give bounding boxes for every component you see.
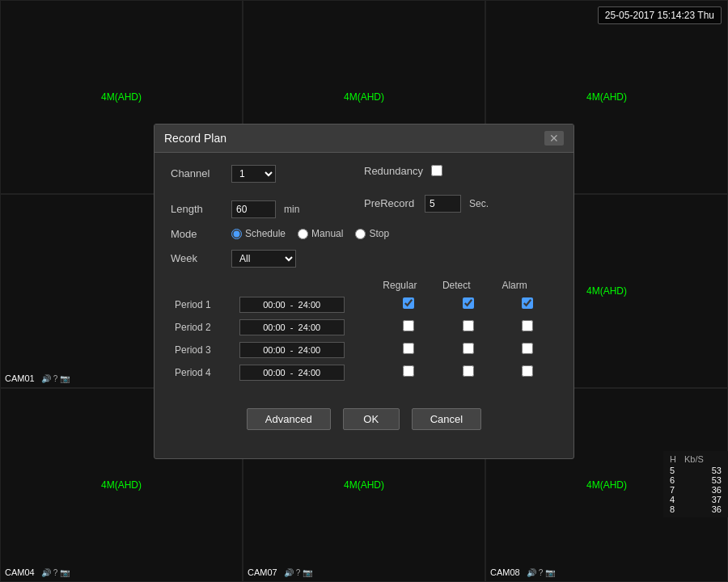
period-detect-cell-3 — [438, 339, 498, 361]
mode-manual-radio[interactable] — [298, 229, 308, 239]
th-period — [171, 277, 235, 293]
th-regular: Regular — [379, 277, 438, 293]
prerecord-unit: Sec. — [469, 198, 489, 209]
ok-button[interactable]: OK — [343, 408, 400, 430]
th-time — [235, 277, 379, 293]
alarm-check-3[interactable] — [522, 343, 533, 354]
period-row-2: Period 2 — [171, 316, 557, 339]
mode-row: Mode Schedule Manual Stop — [171, 228, 557, 240]
mode-schedule-radio[interactable] — [231, 229, 242, 239]
period-regular-cell-2 — [379, 316, 438, 339]
dialog-footer: Advanced OK Cancel — [171, 392, 557, 430]
period-alarm-cell-2 — [497, 316, 557, 339]
length-input[interactable] — [231, 200, 276, 218]
regular-check-4[interactable] — [403, 365, 414, 377]
advanced-button[interactable]: Advanced — [247, 408, 331, 430]
period-regular-cell-1 — [379, 293, 438, 316]
week-select[interactable]: AllMonTueWed ThuFriSatSun — [231, 250, 296, 268]
period-time-2[interactable] — [235, 316, 379, 339]
period-alarm-cell-4 — [497, 361, 557, 384]
mode-manual-label[interactable]: Manual — [298, 228, 343, 239]
mode-stop-label[interactable]: Stop — [355, 228, 389, 239]
mode-label: Mode — [171, 228, 223, 240]
redundancy-row: Redundancy — [364, 165, 557, 177]
prerecord-row: PreRecord Sec. — [364, 195, 557, 213]
period-label-2: Period 2 — [171, 316, 235, 339]
regular-check-1[interactable] — [403, 297, 414, 309]
redundancy-checkbox[interactable] — [431, 165, 442, 176]
channel-select[interactable]: 1234 — [231, 165, 276, 183]
detect-check-2[interactable] — [463, 320, 474, 331]
period-label-4: Period 4 — [171, 361, 235, 384]
time-input-2[interactable] — [239, 319, 345, 335]
mode-schedule-label[interactable]: Schedule — [231, 228, 286, 239]
detect-check-3[interactable] — [463, 343, 474, 354]
channel-label: Channel — [171, 167, 223, 179]
regular-check-2[interactable] — [403, 320, 414, 331]
time-input-4[interactable] — [239, 365, 345, 381]
length-unit: min — [284, 204, 299, 215]
th-detect: Detect — [438, 277, 498, 293]
period-time-4[interactable] — [235, 361, 379, 384]
period-detect-cell-2 — [438, 316, 498, 339]
alarm-check-2[interactable] — [522, 320, 533, 331]
week-label: Week — [171, 252, 223, 264]
redundancy-label: Redundancy — [364, 165, 423, 177]
dialog-close-button[interactable]: ✕ — [544, 131, 564, 146]
period-row-4: Period 4 — [171, 361, 557, 384]
period-label-3: Period 3 — [171, 339, 235, 361]
record-plan-dialog: Record Plan ✕ Channel 1234 Length — [154, 124, 574, 459]
modal-overlay: Record Plan ✕ Channel 1234 Length — [0, 0, 728, 582]
regular-check-3[interactable] — [403, 343, 414, 354]
period-alarm-cell-1 — [497, 293, 557, 316]
prerecord-input[interactable] — [425, 195, 461, 213]
top-left: Channel 1234 Length min — [171, 165, 364, 228]
mode-stop-radio[interactable] — [355, 229, 366, 239]
period-label-1: Period 1 — [171, 293, 235, 316]
mode-stop-text: Stop — [369, 228, 389, 239]
top-right: Redundancy PreRecord Sec. — [364, 165, 557, 228]
period-table: Regular Detect Alarm Period 1 — [171, 277, 557, 384]
time-input-3[interactable] — [239, 342, 345, 358]
dialog-body: Channel 1234 Length min Re — [154, 153, 574, 442]
detect-check-1[interactable] — [463, 297, 474, 309]
period-regular-cell-3 — [379, 339, 438, 361]
detect-check-4[interactable] — [463, 365, 474, 377]
mode-radio-group: Schedule Manual Stop — [231, 228, 389, 239]
period-row-1: Period 1 — [171, 293, 557, 316]
th-alarm: Alarm — [497, 277, 557, 293]
period-detect-cell-1 — [438, 293, 498, 316]
period-row-3: Period 3 — [171, 339, 557, 361]
period-alarm-cell-3 — [497, 339, 557, 361]
week-row: Week AllMonTueWed ThuFriSatSun — [171, 250, 557, 268]
dialog-title: Record Plan — [164, 132, 226, 145]
dialog-title-bar: Record Plan ✕ — [154, 124, 574, 153]
period-time-1[interactable] — [235, 293, 379, 316]
channel-row: Channel 1234 — [171, 165, 364, 183]
period-detect-cell-4 — [438, 361, 498, 384]
prerecord-label: PreRecord — [364, 197, 417, 209]
length-row: Length min — [171, 200, 364, 218]
top-section: Channel 1234 Length min Re — [171, 165, 557, 228]
cancel-button[interactable]: Cancel — [412, 408, 481, 430]
time-input-1[interactable] — [239, 297, 345, 313]
alarm-check-4[interactable] — [522, 365, 533, 377]
period-time-3[interactable] — [235, 339, 379, 361]
period-regular-cell-4 — [379, 361, 438, 384]
mode-manual-text: Manual — [311, 228, 343, 239]
mode-schedule-text: Schedule — [245, 228, 286, 239]
length-label: Length — [171, 203, 223, 215]
alarm-check-1[interactable] — [522, 297, 533, 309]
